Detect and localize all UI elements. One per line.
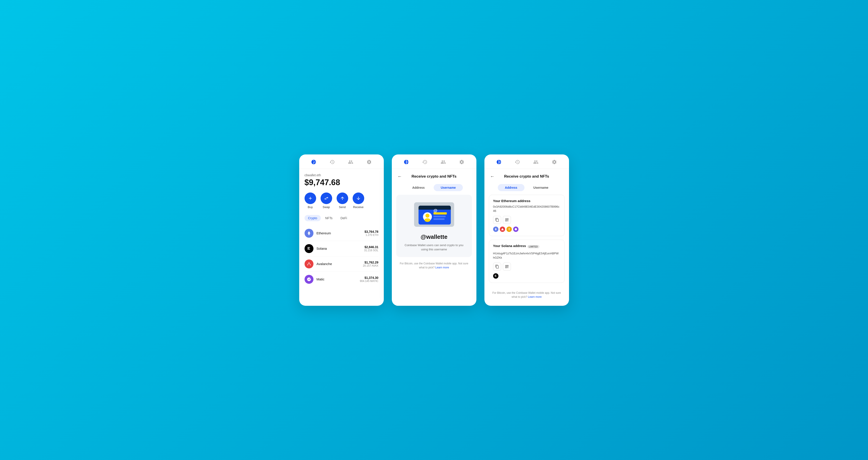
tab-nfts[interactable]: NFTs <box>322 215 336 221</box>
asset-matic[interactable]: Matic $1,374.30 904.145 MATIC <box>305 272 378 287</box>
matic-usd: $1,374.30 <box>360 276 378 280</box>
screen-2: ← Receive crypto and NFTs Address Userna… <box>392 155 476 306</box>
asset-avalanche[interactable]: Avalanche $1,762.29 20.157 AVAX <box>305 256 378 272</box>
nav2-people-icon[interactable] <box>440 159 446 165</box>
swap-label: Swap <box>322 205 330 209</box>
avalanche-usd: $1,762.29 <box>363 261 378 264</box>
avalanche-icon <box>305 260 313 268</box>
buy-icon-circle <box>305 193 316 204</box>
learn-more-link-3[interactable]: Learn more <box>528 295 541 298</box>
screen-3-title: Receive crypto and NFTs <box>496 174 564 179</box>
screen-1: cbwallet.eth $9,747.68 Buy Swap <box>299 155 384 306</box>
nav3-settings-icon[interactable] <box>551 159 557 165</box>
nav-bar-2 <box>392 155 476 169</box>
chain-icon-btc: ₿ <box>506 227 512 232</box>
nav-people-icon[interactable] <box>347 159 354 165</box>
eth-address-actions <box>493 216 560 224</box>
sol-chain-icons <box>493 273 560 278</box>
ethereum-usd: $3,764.78 <box>365 230 378 233</box>
sol-address-title: Your Solana address <box>493 244 526 248</box>
matic-icon <box>305 275 313 284</box>
buy-label: Buy <box>308 205 313 209</box>
username-card: @ @wallette Coinbase Wallet users can se… <box>396 195 472 257</box>
footer-text-2: For Bitcoin, use the Coinbase Wallet mob… <box>400 262 468 269</box>
nav2-settings-icon[interactable] <box>459 159 465 165</box>
eth-address-text: 0x3A92006d8cC17Cb849E04EdE304208607B996c… <box>493 204 560 213</box>
id-card-illustration: @ <box>412 200 456 229</box>
limited-badge: LIMITED <box>527 245 539 249</box>
svg-rect-9 <box>433 218 444 220</box>
nav-bar-1 <box>299 155 384 169</box>
asset-solana[interactable]: Solana $2,846.31 31.216 SOL <box>305 241 378 256</box>
footer-note-2: For Bitcoin, use the Coinbase Wallet mob… <box>392 257 476 274</box>
receive-icon-circle <box>353 193 364 204</box>
send-icon-circle <box>337 193 348 204</box>
username-description: Coinbase Wallet users can send crypto to… <box>402 243 467 252</box>
tab-crypto[interactable]: Crypto <box>305 215 321 221</box>
svg-text:@: @ <box>433 208 437 213</box>
solana-address-card: Your Solana address LIMITED HUxtug4F1zTs… <box>489 240 564 283</box>
footer-note-3: For Bitcoin, use the Coinbase Wallet mob… <box>485 287 569 303</box>
nav2-history-icon[interactable] <box>422 159 428 165</box>
wallet-balance: $9,747.68 <box>305 178 378 187</box>
eth-chain-icons: ₿ <box>493 227 560 232</box>
avalanche-amount: 20.157 AVAX <box>363 264 378 267</box>
screen-2-header: ← Receive crypto and NFTs <box>392 169 476 184</box>
nav-history-icon[interactable] <box>329 159 335 165</box>
back-button-2[interactable]: ← <box>396 173 403 180</box>
eth-copy-button[interactable] <box>493 216 501 224</box>
receive-button[interactable]: Receive <box>353 193 364 209</box>
ethereum-address-card: Your Ethereum address 0x3A92006d8cC17Cb8… <box>489 195 564 236</box>
nav2-portfolio-icon[interactable] <box>403 159 409 165</box>
solana-usd: $2,846.31 <box>364 245 378 249</box>
sol-address-actions <box>493 263 560 271</box>
learn-more-link-2[interactable]: Learn more <box>435 266 449 269</box>
matic-amount: 904.145 MATIC <box>360 280 378 283</box>
avalanche-values: $1,762.29 20.157 AVAX <box>363 261 378 267</box>
send-button[interactable]: Send <box>337 193 348 209</box>
matic-values: $1,374.30 904.145 MATIC <box>360 276 378 283</box>
back-button-3[interactable]: ← <box>489 173 496 180</box>
buy-button[interactable]: Buy <box>305 193 316 209</box>
ethereum-name: Ethereum <box>316 231 365 235</box>
tab-defi[interactable]: DeFi <box>337 215 351 221</box>
nav-settings-icon[interactable] <box>366 159 372 165</box>
action-buttons: Buy Swap Send <box>305 193 378 209</box>
solana-name: Solana <box>316 247 364 250</box>
solana-values: $2,846.31 31.216 SOL <box>364 245 378 252</box>
solana-icon <box>305 244 313 253</box>
swap-icon-circle <box>320 193 332 204</box>
nav-portfolio-icon[interactable] <box>311 159 317 165</box>
ethereum-values: $3,764.78 1.270 ETH <box>365 230 378 236</box>
sol-qr-button[interactable] <box>503 263 511 271</box>
chain-icon-matic <box>513 227 519 232</box>
tab-username-3[interactable]: Username <box>526 184 556 191</box>
sol-copy-button[interactable] <box>493 263 501 271</box>
ethereum-icon <box>305 229 313 238</box>
avalanche-name: Avalanche <box>316 262 363 266</box>
chain-icon-avax <box>500 227 505 232</box>
tab-username-2[interactable]: Username <box>434 184 463 191</box>
ethereum-amount: 1.270 ETH <box>365 233 378 236</box>
sol-address-title-row: Your Solana address LIMITED <box>493 244 560 250</box>
svg-point-6 <box>425 218 430 222</box>
nav3-people-icon[interactable] <box>533 159 539 165</box>
asset-tabs: Crypto NFTs DeFi <box>305 215 378 221</box>
receive-tabs-3: Address Username <box>485 184 569 195</box>
screen-3: ← Receive crypto and NFTs Address Userna… <box>485 155 569 306</box>
tab-address-3[interactable]: Address <box>498 184 525 191</box>
receive-tabs-2: Address Username <box>392 184 476 195</box>
screen-1-content: cbwallet.eth $9,747.68 Buy Swap <box>299 169 384 306</box>
footer-text-3: For Bitcoin, use the Coinbase Wallet mob… <box>492 291 561 298</box>
screens-container: cbwallet.eth $9,747.68 Buy Swap <box>299 155 569 306</box>
swap-button[interactable]: Swap <box>320 193 332 209</box>
asset-ethereum[interactable]: Ethereum $3,764.78 1.270 ETH <box>305 226 378 241</box>
chain-icon-eth <box>493 227 498 232</box>
receive-label: Receive <box>353 205 364 209</box>
eth-qr-button[interactable] <box>503 216 511 224</box>
nav3-history-icon[interactable] <box>514 159 521 165</box>
nav3-portfolio-icon[interactable] <box>496 159 502 165</box>
username-display: @wallette <box>421 233 447 240</box>
send-label: Send <box>339 205 345 209</box>
tab-address-2[interactable]: Address <box>405 184 432 191</box>
